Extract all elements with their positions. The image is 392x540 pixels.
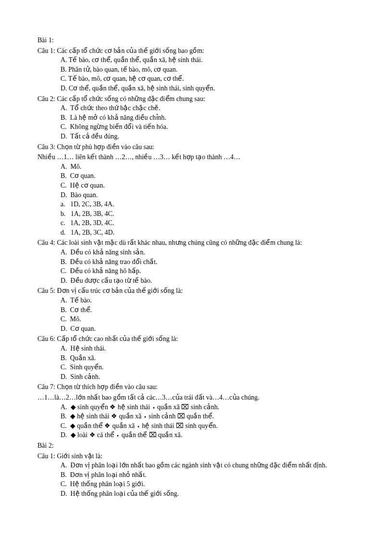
q5-opt-d: D. Cơ quan. [37,324,355,334]
q2-opt-a: A. Tổ chức theo thứ bậc chặc chẽ. [37,103,355,113]
q7-opt-b: B. ◆ hệ sinh thái ❖ quần xã ⬩ sinh cảnh … [37,412,355,421]
b2-q1-opt-d: D. Hệ thống phân loại của thế giới sống. [37,489,355,499]
q3-text: Câu 3: Chọn từ phù hợp điền vào câu sau: [37,142,355,152]
q7-text: Câu 7: Chọn từ thích hợp điền vào câu sa… [37,382,355,392]
q2-text: Câu 2: Các cấp tổ chức sống có những đặc… [37,94,355,104]
q4-opt-c: C. Đều có khả năng hô hấp. [37,266,355,276]
q3-fill: Nhiều …1… liên kết thành …2…, nhiều …3… … [37,152,355,162]
q2-opt-c: C. Không ngừng biến đổi và tiến hóa. [37,122,355,132]
q3-opt-c: C. Hệ cơ quan. [37,181,355,190]
b2-q1-text: Câu 1: Giới sinh vật là: [37,452,355,461]
q2-opt-b: B. Là hệ mở có khả năng điều chỉnh. [37,113,355,123]
b2-q1-opt-a: A. Đơn vị phân loại lớn nhất bao gồm các… [37,461,355,470]
q5-opt-b: B. Cơ thể. [37,305,355,315]
q5-text: Câu 5: Đơn vị cấu trúc cơ bản của thế gi… [37,286,355,296]
bai-1-title: Bài 1: [37,36,355,45]
q3-opt-b: B. Cơ quan. [37,171,355,181]
q2-opt-d: D. Tất cả đều đúng. [37,132,355,141]
q3-ans-d: d. 1A, 2B, 3C, 4D. [37,228,355,238]
q5-opt-a: A. Tế bào. [37,296,355,305]
q3-ans-a: a. 1D, 2C, 3B, 4A. [37,200,355,209]
q1-opt-d: D. Cơ thể, quần thể, quần xã, hệ sinh th… [37,84,355,93]
q6-text: Câu 6: Cấp tổ chức cao nhất của thế giới… [37,334,355,344]
q6-opt-d: D. Sinh cảnh. [37,372,355,382]
q1-opt-b: B. Phân tử, bào quan, tế bào, mô, cơ qua… [37,65,355,75]
q7-opt-d: D. ◆ loài ❖ cá thể ⬩ quần thể ⌧ quần xã. [37,430,355,440]
b2-q1-opt-b: B. Đơn vị phân loại nhỏ nhất. [37,470,355,480]
q4-opt-b: B. Đều có khả năng trao đổi chất. [37,257,355,267]
bai-2-title: Bài 2: [37,441,355,451]
q1-opt-c: C. Tế bào, mô, cơ quan, hệ cơ quan, cơ t… [37,74,355,84]
q6-opt-a: A. Hệ sinh thái. [37,344,355,353]
q3-opt-a: A. Mô. [37,162,355,172]
q7-fill: …1…là…2…lớn nhất bao gồm tất cả các…3…củ… [37,393,355,402]
q6-opt-c: C. Sinh quyển. [37,363,355,372]
q3-ans-c: c. 1A, 2B, 3D, 4C. [37,218,355,228]
q6-opt-b: B. Quần xã. [37,353,355,363]
q5-opt-c: C. Mô. [37,314,355,324]
q4-text: Câu 4: Các loài sinh vật mặc dù rất khác… [37,238,355,248]
q4-opt-d: D. Đều được cấu tạo từ tế bào. [37,276,355,286]
q1-text: Câu 1: Các cấp tổ chức cơ bản của thế gi… [37,46,355,56]
q3-ans-b: b. 1A, 2B, 3B, 4C. [37,209,355,219]
q3-opt-d: D. Bào quan. [37,190,355,200]
q4-opt-a: A. Đều có khả năng sinh sản. [37,248,355,257]
q7-opt-a: A. ◆ sinh quyển ❖ hệ sinh thái ⬩ quần xã… [37,402,355,412]
q7-opt-c: C. ◆ quần thể ❖ quần xã ⬩ hệ sinh thái ⌧… [37,421,355,431]
q1-opt-a: A. Tế bào, cơ thể, quần thể, quần xã, hệ… [37,55,355,65]
b2-q1-opt-c: C. Hệ thống phân loại 5 giới. [37,479,355,489]
